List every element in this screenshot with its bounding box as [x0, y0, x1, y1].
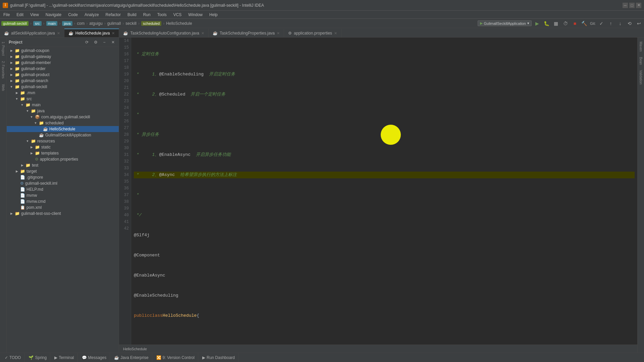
- validation-panel-btn[interactable]: Validation: [638, 69, 643, 86]
- breadcrumb-main[interactable]: main: [46, 21, 58, 26]
- stop-button[interactable]: ■: [571, 20, 579, 27]
- breadcrumb-module[interactable]: gulimall-seckill: [1, 21, 29, 26]
- breadcrumb-atguigu[interactable]: atguigu: [89, 21, 102, 26]
- menu-vcs[interactable]: VCS: [170, 11, 185, 18]
- tree-item-gateway[interactable]: ▶ 📁 gulimall-gateway: [7, 54, 119, 60]
- tree-item-product[interactable]: ▶ 📁 gulimall-product: [7, 72, 119, 78]
- breadcrumb-src[interactable]: src: [33, 21, 42, 26]
- menu-build[interactable]: Build: [124, 11, 140, 18]
- tab-todo[interactable]: ✓ TODO: [1, 353, 24, 362]
- tree-item-seckill[interactable]: ▼ 📁 gulimall-seckill: [7, 84, 119, 90]
- tree-item-package[interactable]: ▼ 📦 com.atguigu.gulimall.seckill: [7, 114, 119, 120]
- tab-taskschedulingprops[interactable]: ☕ TaskSchedulingProperties.java ✕: [209, 28, 284, 37]
- tree-item-target[interactable]: ▶ 📁 target: [7, 168, 119, 174]
- tab-terminal[interactable]: ▶ Terminal: [51, 353, 77, 362]
- tree-settings-button[interactable]: ⚙: [92, 39, 99, 46]
- debug-button[interactable]: 🐛: [543, 20, 550, 27]
- tree-item-member[interactable]: ▶ 📁 gulimall-member: [7, 60, 119, 66]
- tree-item-main[interactable]: ▼ 📁 main: [7, 102, 119, 108]
- tree-item-mvnw[interactable]: 📄 mvnw: [7, 192, 119, 198]
- tree-item-gulimallapp[interactable]: ☕ GulimallSeckillApplication: [7, 132, 119, 138]
- tree-item-appprops[interactable]: ⚙ application.properties: [7, 156, 119, 162]
- breadcrumb-class[interactable]: HelloSchedule: [166, 21, 192, 26]
- breadcrumb-seckill[interactable]: seckill: [125, 21, 137, 26]
- code-scroll[interactable]: 14 15 16 17 18 19 20 21 22 23 24 25 26 2…: [119, 38, 637, 345]
- run-config-selector[interactable]: ▶ GulimallSeckillApplication ▾: [478, 20, 532, 26]
- tree-item-sso[interactable]: ▶ 📁 gulimall-test-sso-client: [7, 210, 119, 217]
- tree-close-button[interactable]: ✕: [109, 39, 117, 46]
- run-button[interactable]: ▶: [534, 20, 541, 27]
- tab-taskschedulingauto[interactable]: ☕ TaskSchedulingAutoConfiguration.java ✕: [119, 28, 208, 37]
- tab-javaenterprise-label: Java Enterprise: [120, 355, 148, 360]
- tree-item-order[interactable]: ▶ 📁 gulimall-order: [7, 66, 119, 72]
- tree-item-test[interactable]: ▶ 📁 test: [7, 162, 119, 168]
- title-bar-controls: ─ □ ✕: [623, 3, 641, 8]
- tree-item-java[interactable]: ▼ 📁 java: [7, 108, 119, 114]
- tab-close-4[interactable]: ✕: [334, 31, 337, 36]
- tab-close-3[interactable]: ✕: [277, 31, 280, 36]
- breadcrumb-com[interactable]: com: [77, 21, 85, 26]
- bean-panel-btn[interactable]: Bean: [638, 56, 643, 66]
- breadcrumb-gulimall[interactable]: gulimall: [107, 21, 121, 26]
- tree-item-mvn[interactable]: ▶ 📁 .mvn: [7, 90, 119, 96]
- sidebar-label-project[interactable]: 1: Project: [1, 40, 6, 57]
- sidebar-label-favorites[interactable]: 2: Favorites: [1, 60, 6, 80]
- menu-edit[interactable]: Edit: [13, 11, 27, 18]
- menu-view[interactable]: View: [27, 11, 42, 18]
- git-revert[interactable]: ↩: [635, 20, 643, 27]
- git-history[interactable]: ⟲: [626, 20, 633, 27]
- tab-rundashboard[interactable]: ▶ Run Dashboard: [199, 353, 238, 362]
- close-button[interactable]: ✕: [636, 3, 641, 8]
- tree-item-help[interactable]: 📄 HELP.md: [7, 186, 119, 192]
- tree-label: java: [37, 109, 45, 113]
- git-update[interactable]: ↓: [616, 20, 624, 27]
- menu-run[interactable]: Run: [140, 11, 154, 18]
- menu-tools[interactable]: Tools: [154, 11, 170, 18]
- menu-refactor[interactable]: Refactor: [102, 11, 124, 18]
- menu-analyze[interactable]: Analyze: [81, 11, 102, 18]
- tab-messages[interactable]: 💬 Messages: [78, 353, 110, 362]
- build-button[interactable]: 🔨: [581, 20, 588, 27]
- code-editor[interactable]: 14 15 16 17 18 19 20 21 22 23 24 25 26 2…: [119, 38, 637, 353]
- tree-item-src[interactable]: ▼ 📁 src: [7, 96, 119, 102]
- menu-window[interactable]: Window: [185, 11, 206, 18]
- tab-javaenterprise[interactable]: ☕ Java Enterprise: [111, 353, 152, 362]
- module-icon: 📁: [15, 78, 20, 83]
- tree-item-pom[interactable]: 📋 pom.xml: [7, 204, 119, 210]
- sidebar-label-web[interactable]: Web: [1, 83, 6, 92]
- code-line-19: * 1、@EnableAsync 开启异步任务功能: [134, 152, 635, 158]
- tab-versioncontrol[interactable]: 🔀 9: Version Control: [153, 353, 198, 362]
- menu-navigate[interactable]: Navigate: [42, 11, 65, 18]
- minimize-button[interactable]: ─: [623, 3, 628, 8]
- tree-item-static[interactable]: ▶ 📁 static: [7, 144, 119, 150]
- tab-application-props[interactable]: ⚙ application.properties ✕: [284, 28, 341, 37]
- tree-item-helloschedule[interactable]: ☕ HelloSchedule: [7, 126, 119, 132]
- tab-spring[interactable]: 🌱 Spring: [25, 353, 50, 362]
- tree-item-gitignore[interactable]: 📄 .gitignore: [7, 174, 119, 180]
- breadcrumb-java[interactable]: java: [62, 21, 72, 26]
- git-push[interactable]: ↑: [607, 20, 614, 27]
- git-commit[interactable]: ✓: [598, 20, 605, 27]
- coverage-button[interactable]: ▦: [552, 20, 560, 27]
- tree-sync-button[interactable]: ⟳: [83, 39, 91, 46]
- tree-item-search[interactable]: ▶ 📁 gulimall-search: [7, 78, 119, 84]
- tree-item-resources[interactable]: ▼ 📁 resources: [7, 138, 119, 144]
- tab-close-icon[interactable]: ✕: [57, 31, 60, 36]
- maximize-button[interactable]: □: [629, 3, 635, 8]
- tab-close-active[interactable]: ✕: [112, 31, 115, 36]
- tab-allseckill[interactable]: ☕ allSeckillApplication.java ✕: [0, 28, 64, 37]
- profile-button[interactable]: ⏱: [562, 20, 569, 27]
- menu-code[interactable]: Code: [65, 11, 81, 18]
- maven-panel-btn[interactable]: Maven: [638, 40, 643, 53]
- tree-item-scheduled[interactable]: ▼ 📁 scheduled: [7, 120, 119, 126]
- tab-close-2[interactable]: ✕: [201, 31, 204, 36]
- tree-item-templates[interactable]: ▶ 📁 templates: [7, 150, 119, 156]
- tree-item-iml[interactable]: ⚙ gulimall-seckill.iml: [7, 180, 119, 186]
- menu-file[interactable]: File: [0, 11, 13, 18]
- tree-collapse-button[interactable]: −: [101, 39, 108, 46]
- tree-item-coupon[interactable]: ▶ 📁 gulimall-coupon: [7, 48, 119, 54]
- tab-helloschedule[interactable]: ☕ HelloSchedule.java ✕: [64, 28, 119, 37]
- menu-help[interactable]: Help: [206, 11, 221, 18]
- tree-item-mvnwcmd[interactable]: 📄 mvnw.cmd: [7, 198, 119, 204]
- breadcrumb-scheduled[interactable]: scheduled: [141, 21, 161, 26]
